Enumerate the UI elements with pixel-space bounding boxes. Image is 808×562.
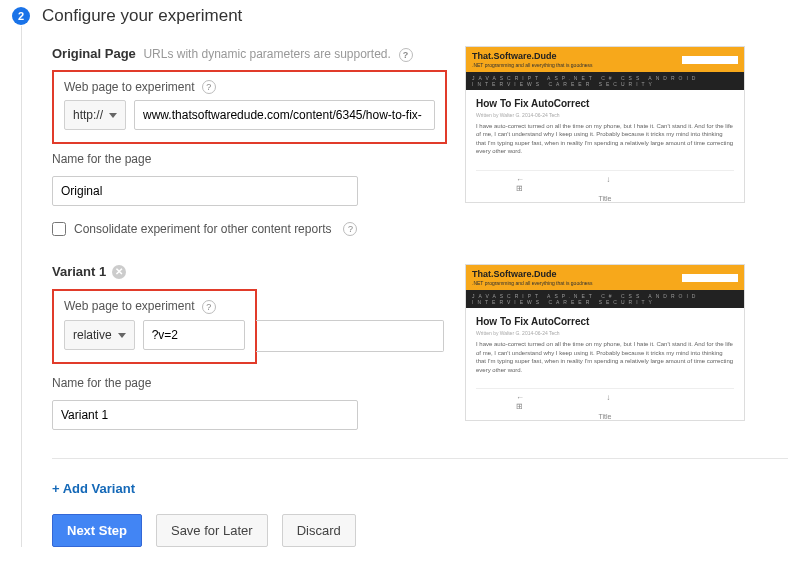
chevron-down-icon xyxy=(118,333,126,338)
preview-nav: JAVASCRIPT ASP.NET C# CSS ANDROID INTERV… xyxy=(466,72,744,90)
discard-button[interactable]: Discard xyxy=(282,514,356,547)
original-name-input[interactable] xyxy=(52,176,358,206)
preview-meta: Written by Walter G. 2014-06-24 Tech xyxy=(476,112,734,118)
remove-variant-icon[interactable]: ✕ xyxy=(112,265,126,279)
preview-foot-title: Title xyxy=(599,413,612,420)
variant1-protocol-select[interactable]: relative xyxy=(64,320,135,350)
step-header: 2 Configure your experiment xyxy=(0,0,808,26)
consolidate-label: Consolidate experiment for other content… xyxy=(74,222,331,236)
variant1-url-highlight: Web page to experiment ? relative xyxy=(52,289,257,364)
preview-paragraph: I have auto-correct turned on all the ti… xyxy=(476,122,734,156)
save-for-later-button[interactable]: Save for Later xyxy=(156,514,268,547)
preview-search xyxy=(682,274,738,282)
preview-tagline: .NET programming and all everything that… xyxy=(472,280,593,286)
help-icon[interactable]: ? xyxy=(343,222,357,236)
variant1-url-extension[interactable] xyxy=(256,320,444,352)
help-icon[interactable]: ? xyxy=(202,80,216,94)
step-title: Configure your experiment xyxy=(42,6,242,26)
original-section: Original Page URLs with dynamic paramete… xyxy=(52,46,788,236)
original-heading: Original Page URLs with dynamic paramete… xyxy=(52,46,447,62)
preview-title: How To Fix AutoCorrect xyxy=(476,316,734,327)
preview-meta: Written by Walter G. 2014-06-24 Tech xyxy=(476,330,734,336)
original-preview: That.Software.Dude .NET programming and … xyxy=(465,46,745,203)
preview-foot-title: Title xyxy=(599,195,612,202)
original-url-highlight: Web page to experiment ? http:// xyxy=(52,70,447,145)
original-hint: URLs with dynamic parameters are support… xyxy=(143,47,390,61)
variant1-heading: Variant 1 xyxy=(52,264,106,279)
preview-brand: That.Software.Dude xyxy=(472,51,593,61)
original-name-label: Name for the page xyxy=(52,152,447,166)
preview-tagline: .NET programming and all everything that… xyxy=(472,62,593,68)
original-url-label: Web page to experiment ? xyxy=(64,80,435,95)
consolidate-checkbox[interactable] xyxy=(52,222,66,236)
protocol-select[interactable]: http:// xyxy=(64,100,126,130)
divider xyxy=(52,458,788,459)
preview-title: How To Fix AutoCorrect xyxy=(476,98,734,109)
variant1-url-label: Web page to experiment ? xyxy=(64,299,245,314)
original-url-input[interactable] xyxy=(134,100,435,130)
variant1-name-label: Name for the page xyxy=(52,376,447,390)
preview-paragraph: I have auto-correct turned on all the ti… xyxy=(476,340,734,374)
chevron-down-icon xyxy=(109,113,117,118)
next-step-button[interactable]: Next Step xyxy=(52,514,142,547)
help-icon[interactable]: ? xyxy=(202,300,216,314)
variant1-url-input[interactable] xyxy=(143,320,245,350)
variant1-preview: That.Software.Dude .NET programming and … xyxy=(465,264,745,421)
add-variant-link[interactable]: + Add Variant xyxy=(52,481,135,496)
preview-arrows: ← ↓ ⊞ xyxy=(476,393,734,411)
preview-search xyxy=(682,56,738,64)
preview-arrows: ← ↓ ⊞ xyxy=(476,175,734,193)
variant1-section: Variant 1 ✕ Web page to experiment ? rel… xyxy=(52,264,788,430)
help-icon[interactable]: ? xyxy=(399,48,413,62)
variant1-name-input[interactable] xyxy=(52,400,358,430)
preview-nav: JAVASCRIPT ASP.NET C# CSS ANDROID INTERV… xyxy=(466,290,744,308)
action-bar: Next Step Save for Later Discard xyxy=(52,514,788,547)
preview-brand: That.Software.Dude xyxy=(472,269,593,279)
step-badge: 2 xyxy=(12,7,30,25)
